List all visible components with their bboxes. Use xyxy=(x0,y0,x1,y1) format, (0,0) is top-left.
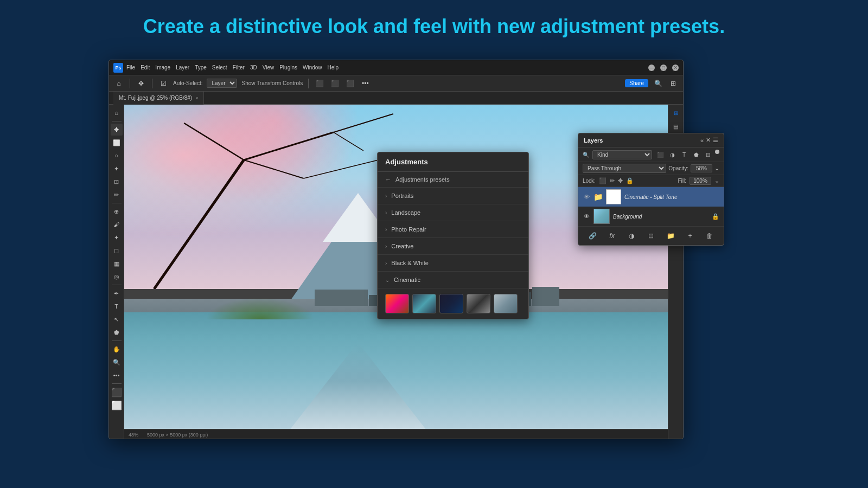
shape-tool[interactable]: ⬟ xyxy=(111,326,123,338)
tab-close-button[interactable]: × xyxy=(195,95,198,101)
layer-visibility-eye[interactable]: 👁 xyxy=(583,193,590,201)
healing-tool[interactable]: ⊕ xyxy=(111,206,123,217)
blend-mode-select[interactable]: Pass Through xyxy=(583,164,666,173)
new-mask-button[interactable]: ⊡ xyxy=(645,230,657,242)
fill-dropdown-icon[interactable]: ⌄ xyxy=(714,177,719,184)
collapse-button[interactable]: « xyxy=(700,137,704,144)
menu-edit[interactable]: Edit xyxy=(141,65,150,70)
path-select-tool[interactable]: ↖ xyxy=(111,313,123,325)
eraser-tool[interactable]: ◻ xyxy=(111,245,123,256)
menu-filter[interactable]: Filter xyxy=(233,65,245,70)
foreground-color[interactable]: ⬛ xyxy=(111,386,123,398)
photo-repair-item[interactable]: › Photo Repair xyxy=(378,221,528,238)
background-color[interactable]: ⬜ xyxy=(111,399,123,411)
shape-filter-icon[interactable]: ⬟ xyxy=(691,150,701,159)
document-tab[interactable]: Mt. Fuji.jpeg @ 25% (RGB/8#) × xyxy=(113,92,204,105)
minimize-button[interactable]: — xyxy=(648,65,655,71)
blur-tool[interactable]: ◎ xyxy=(111,271,123,282)
menu-plugins[interactable]: Plugins xyxy=(279,65,297,70)
magic-wand-tool[interactable]: ✦ xyxy=(111,163,123,175)
new-layer-button[interactable]: + xyxy=(684,230,696,242)
delete-layer-button[interactable]: 🗑 xyxy=(704,230,716,242)
layers-menu-button[interactable]: ☰ xyxy=(713,137,718,144)
portraits-item[interactable]: › Portraits xyxy=(378,188,528,204)
adjustments-back-button[interactable]: ← Adjustments presets xyxy=(378,172,528,188)
ps-logo: Ps xyxy=(113,63,123,73)
fill-value[interactable]: 100% xyxy=(690,177,711,185)
lock-pixels-icon[interactable]: ⬛ xyxy=(599,177,607,184)
home-icon[interactable]: ⌂ xyxy=(113,78,124,89)
landscape-item[interactable]: › Landscape xyxy=(378,204,528,221)
menu-select[interactable]: Select xyxy=(212,65,227,70)
type-filter-icon[interactable]: T xyxy=(679,150,689,159)
layer-select[interactable]: Layer xyxy=(207,79,237,88)
layer-cinematic-split-tone[interactable]: 👁 📁 Cinematic - Split Tone xyxy=(578,187,724,207)
lock-artboards-icon[interactable]: ✥ xyxy=(618,177,623,184)
close-button[interactable]: ✕ xyxy=(672,65,679,71)
cinematic-thumb-1[interactable] xyxy=(385,294,409,313)
smartobj-filter-icon[interactable]: ⊟ xyxy=(703,150,713,159)
tool-divider-1 xyxy=(112,121,122,121)
home-tool-icon[interactable]: ⌂ xyxy=(111,107,123,119)
crop-tool[interactable]: ⊡ xyxy=(111,176,123,188)
move-tool[interactable]: ✥ xyxy=(111,124,123,136)
cinematic-thumb-3[interactable] xyxy=(439,294,463,313)
layers-panel-header: Layers « ✕ ☰ xyxy=(578,133,724,147)
cinematic-thumb-2[interactable] xyxy=(412,294,436,313)
lock-all-icon[interactable]: 🔒 xyxy=(626,177,634,184)
cinematic-item[interactable]: ⌄ Cinematic xyxy=(378,272,528,288)
cinematic-thumb-4[interactable] xyxy=(467,294,490,313)
auto-select-check[interactable]: ☑ xyxy=(158,78,169,89)
align-center-icon[interactable]: ⬛ xyxy=(329,78,340,89)
properties-panel-icon[interactable]: ▤ xyxy=(670,120,682,132)
align-right-icon[interactable]: ⬛ xyxy=(344,78,355,89)
layer-kind-select[interactable]: Kind xyxy=(592,150,652,159)
more-tools-icon[interactable]: ••• xyxy=(111,369,123,381)
pen-tool[interactable]: ✒ xyxy=(111,287,123,299)
adjustments-presets-label: Adjustments presets xyxy=(395,176,450,183)
link-layers-button[interactable]: 🔗 xyxy=(586,230,598,242)
lasso-tool[interactable]: ○ xyxy=(111,150,123,162)
more-options-icon[interactable]: ••• xyxy=(360,78,371,89)
zoom-tool[interactable]: 🔍 xyxy=(111,356,123,368)
pixel-filter-icon[interactable]: ⬛ xyxy=(655,150,665,159)
opacity-dropdown-icon[interactable]: ⌄ xyxy=(714,165,719,172)
menu-type[interactable]: Type xyxy=(195,65,207,70)
new-adjustment-button[interactable]: ◑ xyxy=(626,230,637,242)
cinematic-thumb-5[interactable] xyxy=(494,294,518,313)
opacity-value[interactable]: 58% xyxy=(691,164,712,172)
layer-background-eye[interactable]: 👁 xyxy=(583,213,590,220)
title-bar-left: Ps File Edit Image Layer Type Select Fil… xyxy=(113,63,339,73)
close-layers-button[interactable]: ✕ xyxy=(706,137,711,144)
adjustment-filter-icon[interactable]: ◑ xyxy=(667,150,677,159)
layer-background-thumb xyxy=(593,209,610,224)
marquee-tool[interactable]: ⬜ xyxy=(111,137,123,149)
creative-item[interactable]: › Creative xyxy=(378,238,528,255)
layers-panel-icon[interactable]: ⊞ xyxy=(670,107,682,119)
brush-tool[interactable]: 🖌 xyxy=(111,219,123,230)
layers-controls: « ✕ ☰ xyxy=(700,137,718,144)
stamp-tool[interactable]: ✦ xyxy=(111,232,123,243)
menu-image[interactable]: Image xyxy=(155,65,170,70)
search-icon[interactable]: 🔍 xyxy=(653,78,663,89)
move-tool-icon[interactable]: ✥ xyxy=(136,78,146,89)
menu-view[interactable]: View xyxy=(263,65,275,70)
lock-position-icon[interactable]: ✏ xyxy=(610,177,615,184)
eyedropper-tool[interactable]: ✏ xyxy=(111,189,123,201)
hand-tool[interactable]: ✋ xyxy=(111,343,123,355)
fx-button[interactable]: fx xyxy=(606,230,618,242)
share-button[interactable]: Share xyxy=(625,79,648,87)
menu-file[interactable]: File xyxy=(126,65,135,70)
align-left-icon[interactable]: ⬛ xyxy=(314,78,325,89)
workspace-icon[interactable]: ⊞ xyxy=(668,78,679,89)
type-tool[interactable]: T xyxy=(111,300,123,312)
maximize-button[interactable]: □ xyxy=(660,65,667,71)
menu-help[interactable]: Help xyxy=(328,65,339,70)
menu-window[interactable]: Window xyxy=(303,65,322,70)
layer-background[interactable]: 👁 Background 🔒 xyxy=(578,207,724,226)
black-white-item[interactable]: › Black & White xyxy=(378,255,528,272)
gradient-tool[interactable]: ▦ xyxy=(111,258,123,269)
menu-3d[interactable]: 3D xyxy=(250,65,257,70)
new-group-button[interactable]: 📁 xyxy=(665,230,676,242)
menu-layer[interactable]: Layer xyxy=(176,65,189,70)
